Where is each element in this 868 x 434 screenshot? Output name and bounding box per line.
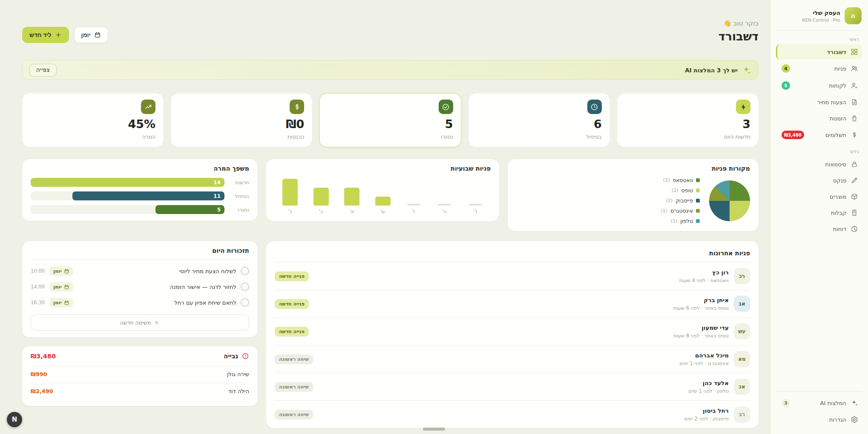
scrollbar-thumb[interactable]: [423, 428, 445, 431]
lead-row[interactable]: אכאלעד כהןטלפון · לפני 1 ימיםשיחה ראשונה: [275, 373, 750, 400]
collection-row[interactable]: הילה דוד₪2,490: [31, 383, 249, 399]
new-lead-button[interactable]: ליד חדש: [22, 27, 69, 43]
workspace-switcher[interactable]: ה העסק שלי REN Control · Pro: [776, 6, 862, 31]
legend-count: (2): [672, 188, 678, 193]
weekly-bar: [438, 204, 451, 206]
weekly-bar: [469, 204, 482, 206]
legend-count: (2): [666, 198, 673, 203]
header-actions: יומן ליד חדש: [22, 27, 108, 43]
sidebar-item-dollar[interactable]: תשלומים₪3,480: [776, 127, 862, 143]
sidebar-item-bag[interactable]: הזמנות: [776, 111, 862, 126]
document-icon: [851, 98, 858, 106]
dollar-icon: [293, 103, 301, 111]
lead-avatar: רכ: [734, 268, 750, 284]
sidebar-item-label: לקוחות: [829, 83, 846, 89]
lead-meta: פייסבוק · לפני 2 ימים: [684, 416, 729, 422]
lead-meta: טופס באתר · לפני 8 שעות: [673, 333, 729, 339]
dev-tools-badge[interactable]: N: [7, 412, 22, 427]
charts-row: מקורות פניות וואטסאפ(2)טופס(2)פייסבוק(2)…: [22, 159, 759, 231]
page-title: דשבורד: [719, 30, 759, 43]
sidebar-item-label: פניות: [834, 66, 846, 72]
legend-count: (1): [671, 218, 678, 224]
sidebar-item-lock[interactable]: סיסמאות: [776, 157, 862, 172]
sidebar-item-badge: 5: [782, 81, 790, 90]
lead-sources-card: מקורות פניות וואטסאפ(2)טופס(2)פייסבוק(2)…: [508, 159, 759, 231]
sidebar-item-receipt[interactable]: קבלות: [776, 205, 862, 220]
user-check-icon: [851, 82, 858, 89]
pencil-icon: [851, 177, 858, 184]
sidebar-item-label: הגדרות: [829, 417, 846, 423]
reminder-checkbox[interactable]: [241, 283, 249, 291]
collection-amount: ₪990: [31, 371, 47, 377]
weekly-bar-slot: ג': [275, 177, 305, 214]
weekly-bar: [282, 179, 298, 206]
calendar-icon: [64, 284, 69, 290]
weekly-day-label: ש': [380, 208, 385, 214]
sidebar-item-user-check[interactable]: לקוחות5: [776, 77, 862, 94]
funnel-track: 14: [31, 178, 224, 187]
weekly-day-label: ה': [442, 208, 447, 214]
sidebar-item-pencil[interactable]: פנקס: [776, 173, 862, 188]
sidebar-item-label: הזמנות: [830, 115, 846, 122]
report-icon: [851, 225, 858, 233]
recent-leads-title: פניות אחרונות: [275, 243, 750, 262]
users-icon: [851, 65, 858, 72]
sidebar-item-users[interactable]: פניות4: [776, 60, 862, 77]
lead-meta: וואטסאפ · לפני 4 שעות: [679, 277, 729, 283]
calendar-chip-label: יומן: [53, 300, 62, 306]
weekly-bar-slot: ש': [367, 177, 398, 214]
stat-card: 5נסגרו: [319, 93, 461, 147]
legend-label: טלפון: [680, 218, 693, 224]
reminder-time: 16:30: [31, 300, 45, 306]
collection-row[interactable]: שירה גולן₪990: [31, 366, 249, 382]
sidebar-item-gear[interactable]: הגדרות: [776, 412, 862, 427]
funnel-bar: 14: [31, 178, 224, 187]
pie-legend: וואטסאפ(2)טופס(2)פייסבוק(2)אינסטגרם(1)טל…: [661, 177, 700, 224]
lead-status-badge: שיחה ראשונה: [275, 410, 313, 420]
calendar-chip[interactable]: יומן: [49, 282, 73, 291]
reminder-checkbox[interactable]: [241, 267, 249, 275]
funnel-row: בטיפול11: [31, 191, 249, 200]
bottom-row: פניות אחרונות רכרון כץוואטסאפ · לפני 4 ש…: [22, 241, 759, 428]
weekly-day-label: ו': [412, 208, 415, 214]
sidebar-item-grid[interactable]: דשבורד: [776, 44, 862, 60]
funnel-bar: 5: [155, 205, 225, 214]
bag-icon: [851, 114, 858, 122]
stat-value: 3: [625, 118, 750, 131]
lead-row[interactable]: אבאיתן ברקטופס באתר · לפני 6 שעותפנייה ח…: [275, 290, 750, 317]
add-task-button[interactable]: משימה חדשה: [31, 314, 249, 331]
lead-avatar: אב: [734, 296, 750, 312]
lead-row[interactable]: רברחל ביטוןפייסבוק · לפני 2 ימיםשיחה ראש…: [275, 400, 750, 428]
lead-row[interactable]: עשעדי שמעוןטופס באתר · לפני 8 שעותפנייה …: [275, 317, 750, 345]
stat-value: 6: [477, 118, 602, 131]
lead-row[interactable]: רכרון כץוואטסאפ · לפני 4 שעותפנייה חדשה: [275, 262, 750, 290]
calendar-icon: [94, 31, 101, 38]
stat-value: ₪0: [179, 118, 304, 131]
lead-sources-pie-chart: [709, 180, 750, 221]
lead-name: עדי שמעון: [673, 324, 729, 331]
reminder-row: לשלוח הצעת מחיר ליוסייומן10:00: [31, 266, 249, 276]
sidebar-item-report[interactable]: דוחות: [776, 221, 862, 237]
reminders-title: תזכורות היום: [31, 247, 249, 260]
sidebar-item-document[interactable]: הצעות מחיר: [776, 94, 862, 110]
legend-swatch: [696, 199, 700, 203]
calendar-icon: [64, 300, 69, 306]
stats-row: 3חדשות היום6בטיפול5נסגרו₪0הכנסות45%המרה: [22, 93, 759, 147]
stat-card: ₪0הכנסות: [171, 93, 312, 147]
calendar-chip[interactable]: יומן: [49, 266, 73, 276]
weekly-bar: [313, 188, 329, 206]
calendar-button[interactable]: יומן: [74, 27, 108, 43]
greeting: בוקר טוב 👋: [719, 20, 759, 27]
sidebar-nav: ראשידשבורדפניות4לקוחות5הצעות מחירהזמנותת…: [776, 31, 862, 237]
sidebar-item-box[interactable]: מוצרים: [776, 189, 862, 204]
calendar-chip[interactable]: יומן: [49, 298, 73, 307]
reminder-checkbox[interactable]: [241, 298, 249, 307]
weekly-bar: [344, 188, 359, 206]
nav-section-label: כלים: [779, 149, 859, 154]
ai-view-button[interactable]: צפייה: [29, 64, 57, 77]
sidebar-item-label: הצעות מחיר: [817, 99, 846, 106]
main-content: בוקר טוב 👋 דשבורד יומן ליד חדש יש לך 3 ה…: [0, 0, 770, 434]
lead-status-badge: פנייה חדשה: [275, 327, 309, 337]
lead-row[interactable]: מאמיכל אברהםאינסטגרם · לפני 1 ימיםשיחה ר…: [275, 345, 750, 373]
sidebar-item-sparkles[interactable]: המלצות AI3: [776, 395, 862, 411]
